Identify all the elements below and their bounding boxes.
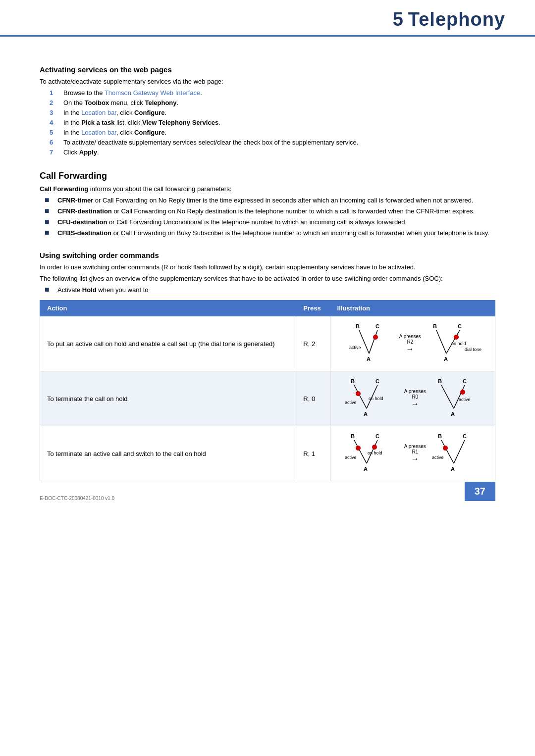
svg-text:C: C bbox=[375, 323, 379, 329]
chapter-header: 5 Telephony bbox=[0, 0, 535, 37]
svg-line-25 bbox=[441, 385, 454, 408]
svg-text:active: active bbox=[459, 397, 471, 402]
press-2: R, 0 bbox=[296, 371, 330, 426]
content-area: Activating services on the web pages To … bbox=[0, 37, 535, 511]
diagram-2-right: B C A bbox=[429, 376, 483, 421]
svg-text:A: A bbox=[367, 356, 371, 362]
page-container: 5 Telephony Activating services on the w… bbox=[0, 0, 535, 511]
link-location-bar-5: Location bar bbox=[81, 129, 116, 136]
section-heading-call-forwarding: Call Forwarding bbox=[40, 171, 495, 181]
illus-wrapper-2: B C A bbox=[337, 376, 488, 421]
svg-text:dial tone: dial tone bbox=[465, 347, 482, 352]
svg-text:B: B bbox=[351, 433, 355, 439]
action-2: To terminate the call on hold bbox=[40, 371, 296, 426]
svg-text:on hold: on hold bbox=[451, 341, 466, 346]
section-switching: Using switching order commands In order … bbox=[40, 251, 495, 481]
svg-point-35 bbox=[372, 445, 377, 450]
table-row-2: To terminate the call on hold R, 0 B C bbox=[40, 371, 495, 426]
diagram-3-left: B C A active on hold bbox=[342, 431, 401, 476]
col-header-press: Press bbox=[296, 301, 330, 316]
svg-text:B: B bbox=[438, 378, 442, 384]
step-4: 4 In the Pick a task list, click View Te… bbox=[50, 119, 495, 126]
step-3: 3 In the Location bar, click Configure. bbox=[50, 109, 495, 116]
illustration-2: B C A bbox=[330, 371, 495, 426]
bullet-cfu-destination: ■ CFU-destination or Call Forwarding Unc… bbox=[45, 218, 495, 226]
illustration-3: B C A active on hold bbox=[330, 426, 495, 481]
svg-text:C: C bbox=[375, 378, 379, 384]
footer-page-number: 37 bbox=[465, 482, 495, 501]
call-forwarding-bullets: ■ CFNR-timer or Call Forwarding on No Re… bbox=[45, 197, 495, 237]
chapter-number: 5 bbox=[393, 9, 403, 30]
illus-wrapper-3: B C A active on hold bbox=[337, 431, 488, 476]
svg-point-4 bbox=[373, 335, 378, 340]
step-7: 7 Click Apply. bbox=[50, 149, 495, 156]
svg-text:B: B bbox=[433, 323, 437, 329]
action-3: To terminate an active call and switch t… bbox=[40, 426, 296, 481]
switching-bullet-hold: ■ Activate Hold when you want to bbox=[45, 286, 495, 294]
bullet-cfnr-timer: ■ CFNR-timer or Call Forwarding on No Re… bbox=[45, 197, 495, 204]
svg-text:C: C bbox=[458, 323, 462, 329]
page-footer: E-DOC-CTC-20080421-0010 v1.0 37 bbox=[0, 482, 535, 501]
svg-text:A: A bbox=[444, 356, 448, 362]
press-1: R, 2 bbox=[296, 316, 330, 371]
svg-text:B: B bbox=[438, 433, 442, 439]
svg-text:A: A bbox=[364, 411, 368, 417]
svg-text:on hold: on hold bbox=[368, 451, 382, 455]
col-header-action: Action bbox=[40, 301, 296, 316]
svg-point-34 bbox=[356, 446, 361, 451]
diagram-1-left: B C A bbox=[342, 321, 396, 366]
action-1: To put an active call on hold and enable… bbox=[40, 316, 296, 371]
svg-text:A: A bbox=[451, 411, 455, 417]
col-header-illustration: Illustration bbox=[330, 301, 495, 316]
svg-text:active: active bbox=[349, 345, 361, 350]
switching-intro2: The following list gives an overview of … bbox=[40, 275, 495, 282]
section-heading-switching: Using switching order commands bbox=[40, 251, 495, 259]
svg-point-27 bbox=[460, 390, 465, 395]
activating-intro: To activate/deactivate supplementary ser… bbox=[40, 78, 495, 85]
arrow-label-3: A presses R1 → bbox=[404, 444, 426, 463]
press-3: R, 1 bbox=[296, 426, 330, 481]
activating-steps-list: 1 Browse to the Thomson Gateway Web Inte… bbox=[50, 89, 495, 156]
svg-text:A: A bbox=[451, 466, 455, 472]
switching-intro1: In order to use switching order commands… bbox=[40, 263, 495, 271]
switching-bullet-list: ■ Activate Hold when you want to bbox=[45, 286, 495, 294]
footer-doc-id: E-DOC-CTC-20080421-0010 v1.0 bbox=[40, 496, 114, 501]
svg-text:active: active bbox=[432, 455, 444, 460]
svg-text:active: active bbox=[345, 400, 357, 405]
step-5: 5 In the Location bar, click Configure. bbox=[50, 129, 495, 136]
arrow-label-2: A presses R0 → bbox=[404, 389, 426, 408]
table-row-1: To put an active call on hold and enable… bbox=[40, 316, 495, 371]
svg-text:C: C bbox=[463, 378, 467, 384]
table-row-3: To terminate an active call and switch t… bbox=[40, 426, 495, 481]
svg-text:A: A bbox=[364, 466, 368, 472]
section-heading-activating: Activating services on the web pages bbox=[40, 65, 495, 74]
illus-wrapper-1: B C A bbox=[337, 321, 488, 366]
svg-line-9 bbox=[436, 330, 446, 353]
svg-text:on hold: on hold bbox=[369, 396, 383, 401]
call-forwarding-intro: Call Forwarding informs you about the ca… bbox=[40, 185, 495, 193]
svg-text:B: B bbox=[351, 378, 355, 384]
svg-point-11 bbox=[454, 335, 459, 340]
section-call-forwarding: Call Forwarding Call Forwarding informs … bbox=[40, 171, 495, 237]
svg-point-19 bbox=[356, 391, 361, 396]
diagram-2-left: B C A bbox=[342, 376, 401, 421]
svg-point-43 bbox=[443, 446, 448, 451]
svg-line-42 bbox=[454, 440, 465, 463]
section-activating: Activating services on the web pages To … bbox=[40, 65, 495, 156]
step-1: 1 Browse to the Thomson Gateway Web Inte… bbox=[50, 89, 495, 97]
svg-line-3 bbox=[369, 330, 377, 353]
svg-text:C: C bbox=[375, 433, 379, 439]
svg-text:B: B bbox=[356, 323, 360, 329]
link-thomson-gateway: Thomson Gateway Web Interface bbox=[105, 89, 200, 97]
chapter-title: Telephony bbox=[408, 9, 505, 30]
bullet-cfnr-destination: ■ CFNR-destination or Call Forwarding on… bbox=[45, 207, 495, 215]
soc-table: Action Press Illustration To put an acti… bbox=[40, 300, 495, 481]
diagram-3-right: B C A active bbox=[429, 431, 483, 476]
link-location-bar-3: Location bar bbox=[81, 109, 116, 116]
step-6: 6 To activate/ deactivate supplementary … bbox=[50, 139, 495, 146]
arrow-label-1: A presses R2 → bbox=[399, 334, 421, 353]
svg-text:C: C bbox=[463, 433, 467, 439]
bullet-cfbs-destination: ■ CFBS-destination or Call Forwarding on… bbox=[45, 229, 495, 237]
step-2: 2 On the Toolbox menu, click Telephony. bbox=[50, 99, 495, 106]
illustration-1: B C A bbox=[330, 316, 495, 371]
